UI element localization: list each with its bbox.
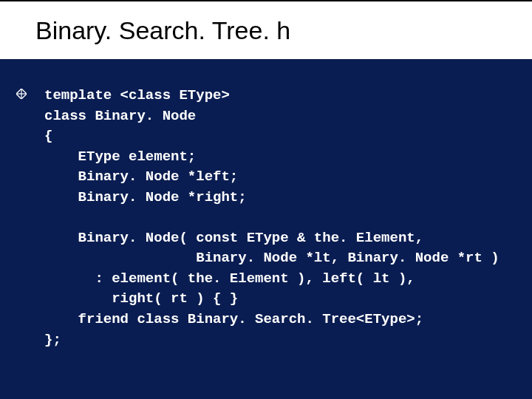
code-line: Binary. Node *right; — [44, 189, 247, 205]
code-line: class Binary. Node — [44, 108, 196, 124]
code-line: Binary. Node( const EType & the. Element… — [44, 230, 423, 246]
code-line: friend class Binary. Search. Tree<EType>… — [44, 311, 423, 327]
title-band: Binary. Search. Tree. h — [0, 0, 532, 59]
code-line: right( rt ) { } — [44, 290, 238, 307]
code-line: Binary. Node *left; — [44, 168, 238, 185]
slide-title: Binary. Search. Tree. h — [35, 16, 290, 45]
code-line: }; — [44, 332, 61, 348]
code-line: template <class EType> — [44, 87, 230, 103]
code-line: : element( the. Element ), left( lt ), — [44, 270, 415, 287]
code-line: Binary. Node *lt, Binary. Node *rt ) — [44, 250, 499, 266]
code-line: { — [44, 128, 52, 144]
bullet-diamond-icon — [16, 89, 27, 99]
code-block: template <class EType> class Binary. Nod… — [44, 86, 502, 350]
code-line: EType element; — [44, 149, 196, 165]
slide: Binary. Search. Tree. h template <class … — [0, 0, 532, 399]
